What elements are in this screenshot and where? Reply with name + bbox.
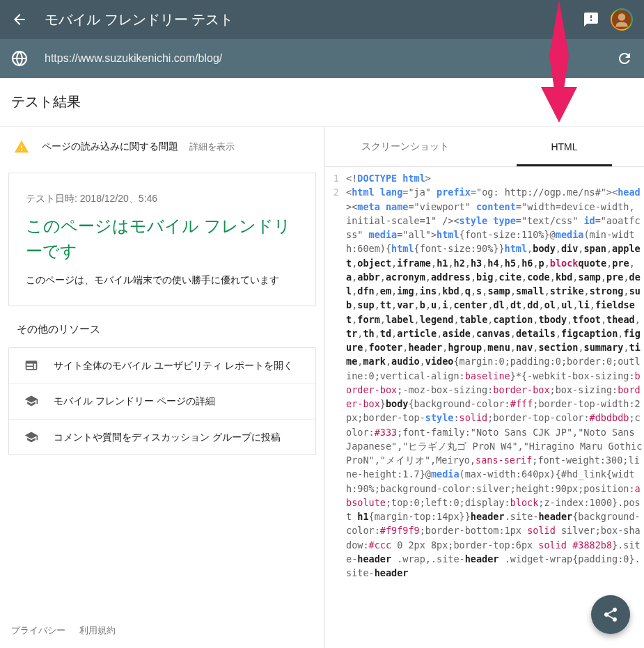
tab-html[interactable]: HTML	[485, 127, 644, 166]
school-icon	[23, 430, 40, 444]
warning-label: ページの読み込みに関する問題	[42, 141, 178, 153]
resource-label: コメントや質問をディスカッション グループに投稿	[54, 429, 281, 445]
share-button[interactable]	[591, 595, 630, 634]
warning-bar: ページの読み込みに関する問題 詳細を表示	[0, 127, 324, 167]
line-number: 1	[325, 171, 339, 185]
school-icon	[23, 394, 40, 408]
test-date: テスト日時: 2018/12/20、5:46	[26, 193, 299, 205]
warning-details-link[interactable]: 詳細を表示	[189, 141, 235, 153]
web-icon	[23, 358, 40, 372]
back-button[interactable]	[11, 11, 28, 28]
resource-discussion-group[interactable]: コメントや質問をディスカッション グループに投稿	[9, 420, 315, 455]
globe-icon	[11, 50, 28, 67]
resource-label: サイト全体のモバイル ユーザビリティ レポートを開く	[54, 358, 293, 373]
source-code: <!DOCTYPE html> <html lang="ja" prefix="…	[343, 167, 644, 648]
tab-screenshot[interactable]: スクリーンショット	[325, 127, 485, 166]
resources-title: その他のリソース	[0, 323, 324, 347]
line-number: 2	[325, 185, 339, 199]
result-card: テスト日時: 2018/12/20、5:46 このページはモバイル フレンドリー…	[8, 173, 316, 306]
feedback-icon[interactable]	[583, 11, 599, 28]
result-description: このページは、モバイル端末での使い勝手に優れています	[26, 272, 299, 289]
privacy-link[interactable]: プライバシー	[11, 624, 65, 637]
resource-label: モバイル フレンドリー ページの詳細	[54, 393, 215, 409]
result-message: このページはモバイル フレンドリーです	[26, 214, 299, 264]
url-input[interactable]: https://www.suzukikenichi.com/blog/	[45, 52, 616, 65]
resource-mobile-friendly-details[interactable]: モバイル フレンドリー ページの詳細	[9, 384, 315, 419]
avatar[interactable]	[611, 8, 633, 31]
reload-button[interactable]	[616, 50, 633, 67]
tos-link[interactable]: 利用規約	[79, 624, 116, 637]
page-title: モバイル フレンドリー テスト	[45, 10, 583, 29]
warning-icon	[14, 139, 29, 155]
html-source-view[interactable]: 1 2 <!DOCTYPE html> <html lang="ja" pref…	[325, 167, 644, 648]
resource-usability-report[interactable]: サイト全体のモバイル ユーザビリティ レポートを開く	[9, 348, 315, 384]
result-header: テスト結果	[11, 93, 81, 111]
